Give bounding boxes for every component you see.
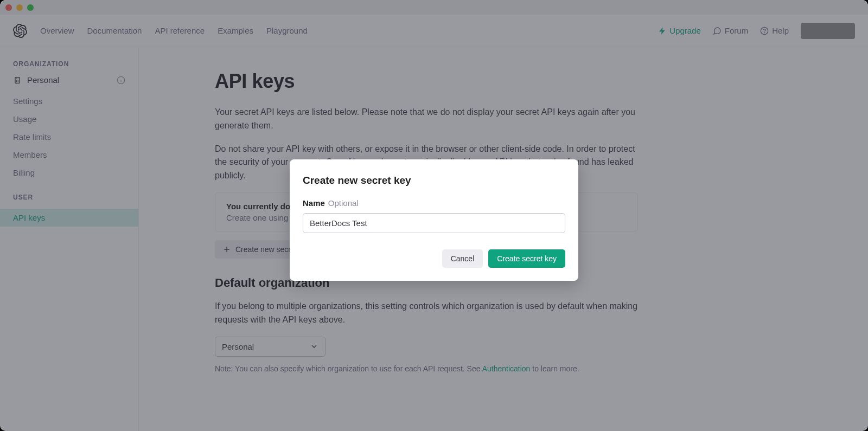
- modal-title: Create new secret key: [303, 175, 565, 186]
- create-key-modal: Create new secret key NameOptional Cance…: [290, 159, 578, 281]
- key-name-input[interactable]: [303, 213, 565, 233]
- name-field-label: NameOptional: [303, 198, 565, 208]
- create-secret-key-button[interactable]: Create secret key: [488, 249, 565, 268]
- cancel-button[interactable]: Cancel: [442, 249, 483, 268]
- modal-overlay[interactable]: Create new secret key NameOptional Cance…: [0, 0, 868, 431]
